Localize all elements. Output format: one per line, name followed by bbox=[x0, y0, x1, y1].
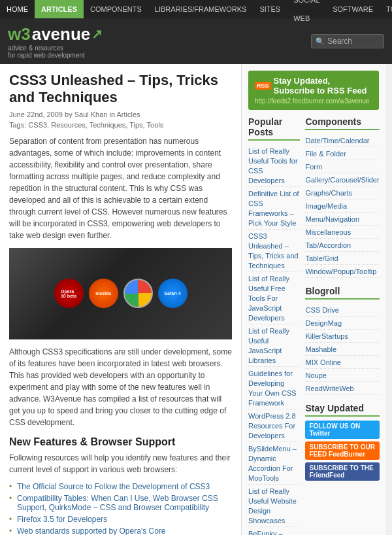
list-item: Form bbox=[305, 160, 379, 173]
rss-url: http://feeds2.feedburner.com/w3avenue bbox=[255, 97, 372, 105]
search-icon: 🔍 bbox=[316, 37, 325, 46]
list-item: BySlideMenu – Dynamic Accordion For MooT… bbox=[248, 442, 300, 485]
list-item: The Official Source to Follow the Develo… bbox=[9, 481, 232, 492]
rss-title: RSS Stay Updated, Subscribe to RSS Feed bbox=[255, 76, 372, 95]
list-item: Compatibility Tables: When Can I Use, We… bbox=[9, 492, 232, 513]
nav-item-libraries[interactable]: LIBRARIES/FRAMEWORKS bbox=[148, 0, 253, 18]
list-item: CSS Drive bbox=[305, 303, 379, 317]
social-buttons: FOLLOW US ON TwitterSUBSCRIBE TO OUR FEE… bbox=[305, 421, 379, 481]
list-item: File & Folder bbox=[305, 147, 379, 160]
popular-posts-list: List of Really Useful Tools for CSS Deve… bbox=[248, 145, 300, 535]
rss-box: RSS Stay Updated, Subscribe to RSS Feed … bbox=[248, 71, 379, 110]
list-item: List of Really Useful Free Tools For Jav… bbox=[248, 272, 300, 324]
article-meta: June 22nd, 2009 by Saul Khan in Articles bbox=[9, 111, 232, 118]
nav-item-home[interactable]: HOME bbox=[0, 0, 35, 18]
list-item: Firefox 3.5 for Developers bbox=[9, 513, 232, 525]
list-item: List of Really Useful Website Design Sho… bbox=[248, 485, 300, 527]
nav-item-software[interactable]: SOFTWARE bbox=[326, 0, 380, 18]
blogroll-title: Blogroll bbox=[305, 286, 379, 300]
rss-icon: RSS bbox=[255, 82, 271, 90]
article-image: Opera10 beta mozilla Safari 4 bbox=[9, 248, 232, 339]
list-item: Definitive List of CSS Frameworks – Pick… bbox=[248, 187, 300, 230]
components-list: Date/Time/CalendarFile & FolderFormGalle… bbox=[305, 134, 379, 278]
social-btn-friendfeed[interactable]: SUBSCRIBE TO THE FriendFeed bbox=[305, 462, 379, 481]
logo-w3: w3 bbox=[8, 24, 31, 44]
list-item: Gallery/Carousel/Slider bbox=[305, 173, 379, 186]
nav-item-tools[interactable]: TOOLS bbox=[380, 0, 392, 18]
section1-heading: New Features & Browser Support bbox=[9, 436, 232, 448]
list-item: MIX Online bbox=[305, 356, 379, 369]
list-item: WordPress 2.8 Resources For Developers bbox=[248, 409, 300, 442]
logo: w3avenue ↗ bbox=[8, 24, 103, 44]
sidebar-right-col: Components Date/Time/CalendarFile & Fold… bbox=[305, 116, 379, 535]
list-item: Mashable bbox=[305, 343, 379, 356]
list-item: List of Really Useful JavaScript Librari… bbox=[248, 324, 300, 367]
article-title: CSS3 Unleashed – Tips, Tricks and Techni… bbox=[9, 72, 232, 107]
list-item: Web standards supported by Opera's Core bbox=[9, 525, 232, 535]
list-item: ReadWriteWeb bbox=[305, 382, 379, 395]
list-item: Date/Time/Calendar bbox=[305, 134, 379, 147]
list-item: Table/Grid bbox=[305, 252, 379, 265]
logo-arrow: ↗ bbox=[91, 26, 103, 42]
nav-item-social[interactable]: SOCIAL WEB bbox=[287, 0, 326, 27]
list-item: DesignMag bbox=[305, 317, 379, 330]
site-header: w3avenue ↗ advice & resources for rapid … bbox=[0, 18, 392, 64]
sidebar-two-col: Popular Posts List of Really Useful Tool… bbox=[248, 116, 379, 535]
sidebar: RSS Stay Updated, Subscribe to RSS Feed … bbox=[242, 64, 385, 535]
components-title: Components bbox=[305, 116, 379, 130]
list-item: List of Really Useful Tools for CSS Deve… bbox=[248, 145, 300, 187]
nav-item-articles[interactable]: ARTICLES bbox=[35, 0, 84, 18]
stay-updated-title: Stay Updated bbox=[305, 403, 379, 417]
section1-links: The Official Source to Follow the Develo… bbox=[9, 481, 232, 535]
opera-logo: Opera10 beta bbox=[54, 279, 84, 308]
content-area: CSS3 Unleashed – Tips, Tricks and Techni… bbox=[0, 64, 242, 535]
list-item: Noupe bbox=[305, 369, 379, 382]
social-btn-twitter[interactable]: FOLLOW US ON Twitter bbox=[305, 421, 379, 439]
list-item: Tab/Accordion bbox=[305, 239, 379, 252]
blogroll-list: CSS DriveDesignMagKillerStartupsMashable… bbox=[305, 303, 379, 395]
article-tags: Tags: CSS3, Resources, Techniques, Tips,… bbox=[9, 121, 232, 129]
main-wrapper: CSS3 Unleashed – Tips, Tricks and Techni… bbox=[0, 64, 392, 535]
browser-logos: Opera10 beta mozilla Safari 4 bbox=[54, 279, 188, 308]
list-item: KillerStartups bbox=[305, 330, 379, 343]
list-item: CSS3 Unleashed – Tips, Tricks and Techni… bbox=[248, 230, 300, 272]
sidebar-left-col: Popular Posts List of Really Useful Tool… bbox=[248, 116, 300, 535]
popular-posts-section: Popular Posts List of Really Useful Tool… bbox=[248, 116, 300, 535]
popular-posts-title: Popular Posts bbox=[248, 116, 300, 141]
safari-logo: Safari 4 bbox=[158, 279, 188, 308]
search-box[interactable]: 🔍 bbox=[311, 34, 384, 48]
chrome-logo bbox=[123, 279, 153, 308]
logo-avenue: avenue bbox=[32, 24, 91, 44]
list-item: Graphs/Charts bbox=[305, 186, 379, 199]
article-intro: Separation of content from presentation … bbox=[9, 135, 232, 241]
article-after-image: Although CSS3 specifications are still u… bbox=[9, 346, 232, 428]
blogroll-section: Blogroll CSS DriveDesignMagKillerStartup… bbox=[305, 286, 379, 395]
nav-item-components[interactable]: COMPONENTS bbox=[84, 0, 148, 18]
list-item: Miscellaneous bbox=[305, 226, 379, 239]
list-item: Menu/Navigation bbox=[305, 213, 379, 226]
logo-tagline: advice & resources for rapid web develop… bbox=[8, 44, 103, 59]
search-input[interactable] bbox=[327, 37, 380, 46]
list-item: Guidelines for Developing Your Own CSS F… bbox=[248, 367, 300, 409]
firefox-logo: mozilla bbox=[89, 279, 118, 308]
section1-body: Following resources will help you identi… bbox=[9, 452, 232, 475]
social-btn-feedburner[interactable]: SUBSCRIBE TO OUR FEED FeedBurner bbox=[305, 441, 379, 460]
list-item: Image/Media bbox=[305, 199, 379, 213]
list-item: Window/Popup/Tooltip bbox=[305, 265, 379, 278]
stay-updated-section: Stay Updated FOLLOW US ON TwitterSUBSCRI… bbox=[305, 403, 379, 481]
components-section: Components Date/Time/CalendarFile & Fold… bbox=[305, 116, 379, 278]
top-navigation: HOMEARTICLESCOMPONENTSLIBRARIES/FRAMEWOR… bbox=[0, 0, 392, 18]
list-item: BeFunky – Online Photo Effects Made Easy bbox=[248, 527, 300, 535]
nav-item-sites[interactable]: SITES bbox=[253, 0, 287, 18]
logo-area: w3avenue ↗ advice & resources for rapid … bbox=[8, 24, 103, 59]
